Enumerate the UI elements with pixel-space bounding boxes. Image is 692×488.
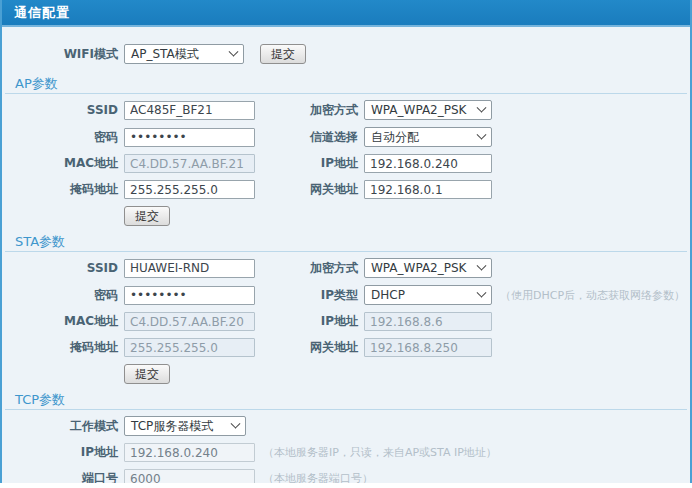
sta-password-input[interactable] [124,286,255,305]
sta-password-label: 密码 [2,287,118,304]
chevron-down-icon [477,260,487,270]
ap-row-3: MAC地址 IP地址 [2,154,690,173]
tcp-work-mode-select[interactable]: TCP服务器模式 [124,416,246,436]
sta-mac-input [124,312,255,331]
sta-gateway-label: 网关地址 [255,339,358,356]
ap-section-divider [5,93,687,94]
sta-mask-label: 掩码地址 [2,339,118,356]
sta-encryption-select[interactable]: WPA_WPA2_PSK [364,258,492,278]
sta-encryption-selected-value: WPA_WPA2_PSK [371,261,466,275]
chevron-down-icon [477,287,487,297]
ap-ssid-label: SSID [2,103,118,117]
sta-ip-type-selected-value: DHCP [371,288,405,302]
ap-row-2: 密码 信道选择 自动分配 [2,127,690,147]
sta-ip-input [364,312,492,331]
sta-submit-button[interactable]: 提交 [124,364,170,384]
tcp-ip-label: IP地址 [2,444,118,461]
wifi-mode-row: WIFI模式 AP_STA模式 提交 [2,27,690,64]
tcp-work-mode-label: 工作模式 [2,418,118,435]
ap-submit-row: 提交 [2,206,690,226]
sta-ip-type-label: IP类型 [255,287,358,304]
ap-password-label: 密码 [2,129,118,146]
sta-submit-row: 提交 [2,364,690,384]
ap-row-1: SSID 加密方式 WPA_WPA2_PSK [2,100,690,120]
ap-channel-selected-value: 自动分配 [371,129,419,146]
sta-ip-type-note: （使用DHCP后，动态获取网络参数） [500,288,685,303]
tcp-section-title: TCP参数 [2,392,690,407]
sta-row-3: MAC地址 IP地址 [2,312,690,331]
tcp-ip-input [124,443,255,462]
ap-row-4: 掩码地址 网关地址 [2,180,690,199]
sta-mac-label: MAC地址 [2,313,118,330]
ap-submit-button[interactable]: 提交 [124,206,170,226]
sta-gateway-input [364,338,492,357]
ap-password-input[interactable] [124,128,255,147]
ap-mac-input [124,154,255,173]
sta-mask-input [124,338,255,357]
chevron-down-icon [229,46,239,56]
sta-ssid-label: SSID [2,261,118,275]
ap-encryption-selected-value: WPA_WPA2_PSK [371,103,466,117]
chevron-down-icon [477,102,487,112]
page-title: 通信配置 [2,0,690,27]
wifi-mode-label: WIFI模式 [2,46,118,63]
sta-row-4: 掩码地址 网关地址 [2,338,690,357]
tcp-row-2: IP地址 （本地服务器IP，只读，来自AP或STA IP地址） [2,443,690,462]
ap-ssid-input[interactable] [124,101,255,120]
sta-ssid-input[interactable] [124,259,255,278]
chevron-down-icon [231,418,241,428]
tcp-port-label: 端口号 [2,470,118,483]
ap-channel-label: 信道选择 [255,129,358,146]
ap-ip-label: IP地址 [255,155,358,172]
ap-encryption-select[interactable]: WPA_WPA2_PSK [364,100,492,120]
tcp-row-1: 工作模式 TCP服务器模式 [2,416,690,436]
ap-section-title: AP参数 [2,76,690,91]
sta-row-2: 密码 IP类型 DHCP （使用DHCP后，动态获取网络参数） [2,285,690,305]
sta-ip-type-select[interactable]: DHCP [364,285,492,305]
ap-encryption-label: 加密方式 [255,102,358,119]
wifi-mode-selected-value: AP_STA模式 [131,46,199,63]
sta-row-1: SSID 加密方式 WPA_WPA2_PSK [2,258,690,278]
tcp-work-mode-selected-value: TCP服务器模式 [131,418,213,435]
tcp-row-3: 端口号 （本地服务器端口号） [2,469,690,483]
chevron-down-icon [477,129,487,139]
ap-mac-label: MAC地址 [2,155,118,172]
sta-ip-label: IP地址 [255,313,358,330]
ap-channel-select[interactable]: 自动分配 [364,127,492,147]
wifi-mode-select[interactable]: AP_STA模式 [124,44,244,64]
ap-gateway-label: 网关地址 [255,181,358,198]
ap-mask-label: 掩码地址 [2,181,118,198]
wifi-mode-submit-button[interactable]: 提交 [260,44,306,64]
sta-section-divider [5,251,687,252]
ap-mask-input[interactable] [124,180,255,199]
tcp-section-divider [5,409,687,410]
sta-encryption-label: 加密方式 [255,260,358,277]
ap-gateway-input[interactable] [364,180,492,199]
communication-config-page: 通信配置 WIFI模式 AP_STA模式 提交 AP参数 SSID 加密方式 W… [0,0,692,483]
tcp-port-note: （本地服务器端口号） [263,471,373,483]
tcp-port-input [124,469,255,483]
ap-ip-input[interactable] [364,154,492,173]
tcp-ip-note: （本地服务器IP，只读，来自AP或STA IP地址） [263,445,497,460]
sta-section-title: STA参数 [2,234,690,249]
